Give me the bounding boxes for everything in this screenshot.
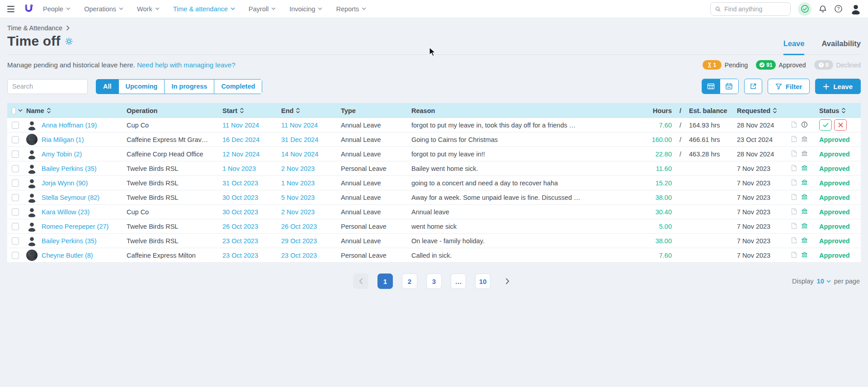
column-header-operation[interactable]: Operation <box>127 107 222 114</box>
app-logo[interactable] <box>24 4 34 14</box>
end-date-link[interactable]: 29 Oct 2023 <box>281 237 317 245</box>
page-button[interactable]: 1 <box>377 274 393 289</box>
tab-leave[interactable]: Leave <box>783 39 805 55</box>
end-date-link[interactable]: 14 Nov 2024 <box>281 151 318 158</box>
segment-button[interactable]: Completed <box>214 79 262 94</box>
calendar-view-button[interactable] <box>720 79 738 94</box>
row-checkbox[interactable] <box>12 179 19 187</box>
global-search-input[interactable] <box>724 5 786 13</box>
column-header-hours[interactable]: Hours <box>649 107 675 114</box>
add-leave-button[interactable]: Leave <box>815 79 861 94</box>
start-date-link[interactable]: 23 Oct 2023 <box>222 237 258 245</box>
paid-bank-icon[interactable] <box>801 179 808 187</box>
paid-bank-icon[interactable] <box>801 237 808 245</box>
employee-name-link[interactable]: Kara Willow (23) <box>42 208 90 216</box>
user-avatar[interactable] <box>850 3 862 15</box>
employee-name-link[interactable]: Cheyne Butler (8) <box>42 252 93 259</box>
decline-button[interactable] <box>834 119 847 131</box>
start-date-link[interactable]: 23 Oct 2023 <box>222 252 258 259</box>
start-date-link[interactable]: 16 Dec 2024 <box>222 136 259 143</box>
page-button[interactable]: 10 <box>475 274 491 289</box>
note-icon[interactable] <box>791 194 797 202</box>
column-header-type[interactable]: Type <box>341 107 411 114</box>
column-header-balance[interactable]: Est. balance <box>689 107 737 114</box>
column-header-end[interactable]: End <box>281 107 341 114</box>
column-header-name[interactable]: Name <box>26 107 127 114</box>
per-page-select[interactable]: 10 <box>817 278 831 285</box>
start-date-link[interactable]: 26 Oct 2023 <box>222 223 258 230</box>
start-date-link[interactable]: 1 Nov 2023 <box>222 165 256 172</box>
nav-item[interactable]: Payroll <box>249 5 276 13</box>
column-header-reason[interactable]: Reason <box>411 107 649 114</box>
end-date-link[interactable]: 5 Nov 2023 <box>281 194 315 201</box>
start-date-link[interactable]: 12 Nov 2024 <box>222 151 259 158</box>
row-checkbox[interactable] <box>12 151 19 158</box>
help-button[interactable]: ? <box>834 5 843 13</box>
end-date-link[interactable]: 23 Oct 2023 <box>281 252 317 259</box>
row-checkbox[interactable] <box>12 136 19 143</box>
employee-name-link[interactable]: Amy Tobin (2) <box>42 151 82 158</box>
pending-summary[interactable]: 1 Pending <box>703 60 748 70</box>
row-checkbox[interactable] <box>12 165 19 172</box>
end-date-link[interactable]: 1 Nov 2023 <box>281 179 315 187</box>
end-date-link[interactable]: 2 Nov 2023 <box>281 165 315 172</box>
nav-item[interactable]: Time & attendance <box>173 5 235 13</box>
filter-button[interactable]: Filter <box>768 79 810 94</box>
nav-item[interactable]: Reports <box>336 5 366 13</box>
table-search-input[interactable] <box>12 83 83 90</box>
approved-summary[interactable]: 91 Approved <box>756 60 806 70</box>
global-search[interactable] <box>710 2 791 16</box>
note-icon[interactable] <box>791 237 797 245</box>
paid-bank-icon[interactable] <box>801 165 808 172</box>
column-header-start[interactable]: Start <box>222 107 281 114</box>
paid-bank-icon[interactable] <box>801 222 808 230</box>
start-date-link[interactable]: 31 Oct 2023 <box>222 179 258 187</box>
employee-name-link[interactable]: Jorja Wynn (90) <box>42 179 88 187</box>
page-button[interactable]: 2 <box>402 274 417 289</box>
employee-name-link[interactable]: Stella Seymour (82) <box>42 194 99 201</box>
nav-item[interactable]: Invoicing <box>289 5 322 13</box>
settings-gear-icon[interactable] <box>65 38 73 45</box>
paid-bank-icon[interactable] <box>801 208 808 216</box>
column-header-requested[interactable]: Requested <box>737 107 819 114</box>
segment-button[interactable]: In progress <box>165 79 214 94</box>
table-view-button[interactable] <box>702 79 720 94</box>
paid-bank-icon[interactable] <box>801 150 808 158</box>
start-date-link[interactable]: 11 Nov 2024 <box>222 122 259 129</box>
row-checkbox[interactable] <box>12 252 19 259</box>
select-all-checkbox[interactable] <box>12 107 16 114</box>
row-checkbox[interactable] <box>12 122 19 129</box>
row-checkbox[interactable] <box>12 208 19 216</box>
end-date-link[interactable]: 2 Nov 2023 <box>281 208 315 216</box>
note-icon[interactable] <box>791 208 797 216</box>
page-button[interactable]: 3 <box>426 274 442 289</box>
start-date-link[interactable]: 30 Oct 2023 <box>222 208 258 216</box>
end-date-link[interactable]: 31 Dec 2024 <box>281 136 318 143</box>
employee-name-link[interactable]: Romeo Perepeper (27) <box>42 223 108 230</box>
segment-button[interactable]: All <box>96 79 119 94</box>
note-icon[interactable] <box>791 121 797 129</box>
note-icon[interactable] <box>791 222 797 231</box>
paid-bank-icon[interactable] <box>801 194 808 201</box>
end-date-link[interactable]: 26 Oct 2023 <box>281 223 317 230</box>
info-icon[interactable] <box>801 121 808 129</box>
start-date-link[interactable]: 30 Oct 2023 <box>222 194 258 201</box>
segment-button[interactable]: Upcoming <box>119 79 165 94</box>
row-checkbox[interactable] <box>12 223 19 230</box>
nav-item[interactable]: People <box>43 5 71 13</box>
row-checkbox[interactable] <box>12 237 19 245</box>
next-page-button[interactable] <box>500 274 515 289</box>
note-icon[interactable] <box>791 136 797 144</box>
select-all-chevron-icon[interactable] <box>18 109 23 112</box>
prev-page-button[interactable] <box>353 274 368 289</box>
tab-availability[interactable]: Availability <box>821 39 861 55</box>
note-icon[interactable] <box>791 251 797 260</box>
employee-name-link[interactable]: Anna Hoffman (19) <box>42 122 97 129</box>
hamburger-menu-icon[interactable] <box>6 5 15 13</box>
employee-name-link[interactable]: Bailey Perkins (35) <box>42 237 97 245</box>
employee-name-link[interactable]: Bailey Perkins (35) <box>42 165 97 172</box>
table-search[interactable] <box>7 79 88 94</box>
note-icon[interactable] <box>791 165 797 173</box>
nav-item[interactable]: Work <box>137 5 160 13</box>
system-status-button[interactable] <box>798 2 811 16</box>
